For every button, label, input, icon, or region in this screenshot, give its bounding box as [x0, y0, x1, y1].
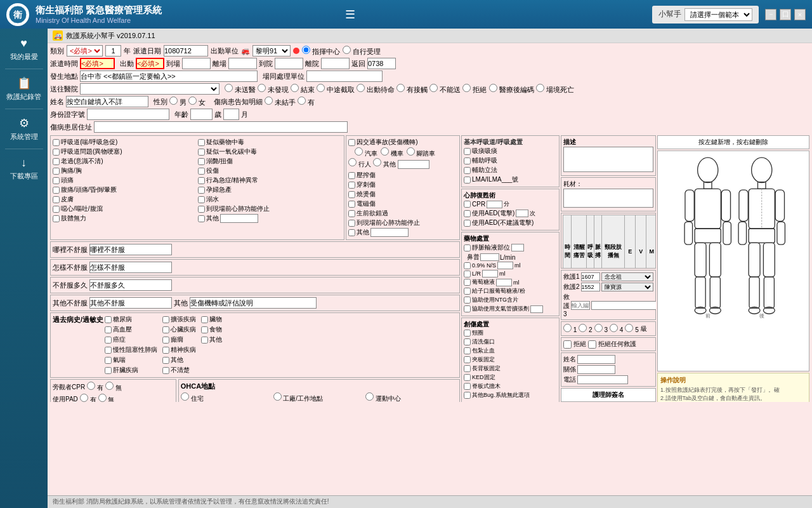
- ohca-sport[interactable]: [365, 392, 374, 401]
- level-4-radio[interactable]: [610, 324, 618, 332]
- bicycle-radio[interactable]: [407, 147, 415, 156]
- cb-other-trauma[interactable]: [348, 229, 355, 236]
- cb-longboard[interactable]: [464, 365, 471, 372]
- discharge-input[interactable]: [321, 58, 350, 69]
- reject-any-check[interactable]: [588, 340, 596, 349]
- other-transport-radio[interactable]: [373, 158, 381, 166]
- cb-recovery[interactable]: [464, 167, 471, 174]
- ns-ml[interactable]: [497, 262, 513, 269]
- lr-ml[interactable]: [482, 270, 498, 277]
- cb-assist-breath[interactable]: [464, 157, 471, 164]
- cb-breathing[interactable]: [53, 139, 60, 146]
- description-textarea[interactable]: [563, 147, 653, 172]
- referral-name-input[interactable]: [577, 355, 615, 364]
- dispatch-center-radio[interactable]: [302, 46, 310, 54]
- cb-stab[interactable]: [348, 182, 355, 189]
- cb-vomit[interactable]: [53, 206, 60, 213]
- iv-input[interactable]: [511, 244, 524, 251]
- sidebar-item-records[interactable]: 📋 救護紀錄管: [0, 71, 48, 107]
- location-input[interactable]: [80, 70, 258, 82]
- nearby-radio[interactable]: [396, 84, 405, 92]
- cb-spine[interactable]: [464, 383, 471, 390]
- cb-abdomen[interactable]: [53, 187, 60, 194]
- female-radio[interactable]: [188, 97, 197, 105]
- number-input[interactable]: [105, 45, 121, 57]
- cb-aed-shock[interactable]: [464, 210, 471, 217]
- cb-splint[interactable]: [464, 356, 471, 363]
- cb-aed-no-shock[interactable]: [464, 220, 471, 227]
- level-1-radio[interactable]: [563, 324, 572, 332]
- pedestrian-radio[interactable]: [348, 158, 357, 166]
- ns-rate[interactable]: [480, 253, 499, 261]
- duration-input[interactable]: [89, 279, 172, 291]
- not-transported-radio[interactable]: [225, 84, 233, 92]
- materials-textarea[interactable]: [563, 189, 653, 208]
- other-transport-input[interactable]: [398, 160, 429, 169]
- cb-bandage[interactable]: [464, 347, 471, 354]
- cb-traffic[interactable]: [348, 139, 355, 146]
- sidebar-item-settings[interactable]: ⚙ 系統管理: [0, 111, 48, 147]
- bystander-yes-radio[interactable]: [87, 382, 95, 390]
- id-input[interactable]: [87, 109, 169, 120]
- cb-suction[interactable]: [464, 148, 471, 155]
- cb-elderly[interactable]: [53, 158, 60, 165]
- depart-input[interactable]: [136, 58, 164, 69]
- not-occurred-radio[interactable]: [258, 84, 266, 92]
- cb-other-allergy[interactable]: [201, 337, 208, 344]
- cb-pregnancy[interactable]: [198, 187, 205, 194]
- out-of-mission-radio[interactable]: [357, 84, 365, 92]
- cb-crush[interactable]: [348, 172, 355, 179]
- pad-no-radio[interactable]: [98, 394, 107, 402]
- rescuer2-id[interactable]: [581, 283, 600, 291]
- cb-other-h[interactable]: [162, 357, 169, 364]
- cb-chest[interactable]: [53, 168, 60, 175]
- cb-broncho[interactable]: [464, 305, 471, 312]
- family-req-radio[interactable]: [489, 84, 497, 92]
- level-2-radio[interactable]: [579, 324, 587, 332]
- self-received-radio[interactable]: [343, 46, 351, 54]
- cb-ns[interactable]: [464, 262, 471, 269]
- cb-collar[interactable]: [464, 330, 471, 337]
- cb-ntg[interactable]: [464, 297, 471, 304]
- cb-cpr[interactable]: [464, 201, 471, 208]
- cb-skin[interactable]: [53, 196, 60, 203]
- other-eval-input[interactable]: [190, 297, 317, 309]
- car-radio[interactable]: [355, 147, 363, 156]
- cb-electric[interactable]: [348, 201, 355, 208]
- return-input[interactable]: [367, 58, 396, 69]
- cb-epilepsy[interactable]: [162, 337, 169, 344]
- male-radio[interactable]: [169, 97, 178, 105]
- rescuer1-select[interactable]: 念念祖: [601, 272, 653, 281]
- how-input[interactable]: [89, 262, 172, 273]
- cb-asthma[interactable]: [105, 357, 112, 364]
- notice-yes-radio[interactable]: [298, 97, 306, 105]
- hamburger-icon[interactable]: ☰: [345, 8, 355, 22]
- name-input[interactable]: [66, 96, 148, 107]
- template-select[interactable]: 請選擇一個範本: [684, 8, 752, 21]
- death-radio[interactable]: [536, 84, 544, 92]
- blocked-radio[interactable]: [462, 84, 471, 92]
- broncho-input[interactable]: [530, 305, 543, 313]
- cb-limb[interactable]: [53, 215, 60, 222]
- cb-hypertension[interactable]: [105, 326, 112, 333]
- referral-relation-input[interactable]: [577, 365, 615, 374]
- rescuer3-name[interactable]: [591, 301, 656, 310]
- bystander-no-radio[interactable]: [105, 382, 114, 390]
- cb-arrival-arrest[interactable]: [348, 220, 355, 227]
- leave-input[interactable]: [228, 58, 257, 69]
- cb-heart[interactable]: [162, 326, 169, 333]
- cb-food2[interactable]: [201, 326, 208, 333]
- cb-liver[interactable]: [105, 367, 112, 374]
- hospital-input[interactable]: [275, 58, 303, 69]
- aed-times[interactable]: [516, 210, 528, 217]
- rescuer2-select[interactable]: 陳寶源: [601, 283, 653, 291]
- no-need-radio[interactable]: [429, 84, 438, 92]
- ohca-home[interactable]: [181, 392, 189, 401]
- same-unit-input[interactable]: [306, 70, 383, 82]
- middle-pickup-radio[interactable]: [317, 84, 325, 92]
- cb-pre-arrest[interactable]: [198, 206, 205, 213]
- cb-iv[interactable]: [464, 244, 471, 251]
- pad-yes-radio[interactable]: [80, 394, 88, 402]
- arrive-input[interactable]: [182, 58, 211, 69]
- cb-oral-glucose[interactable]: [464, 288, 471, 295]
